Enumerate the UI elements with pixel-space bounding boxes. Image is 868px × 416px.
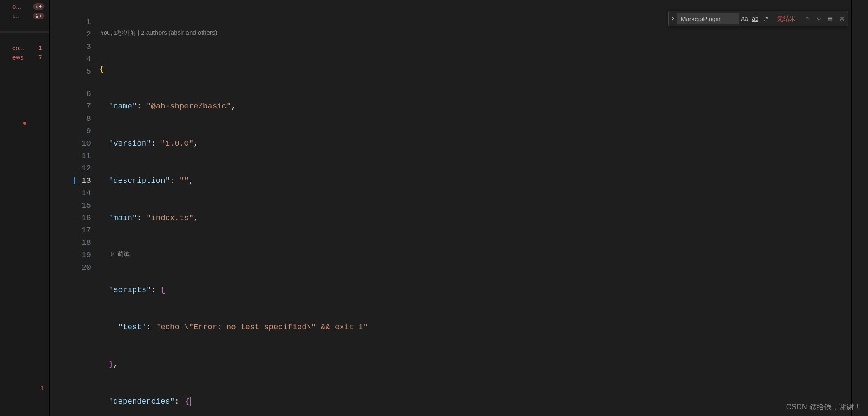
problems-count: 1 — [0, 384, 50, 391]
minimap[interactable] — [851, 0, 868, 416]
badge: 7 — [36, 54, 44, 60]
play-icon — [110, 251, 115, 256]
sidebar-item[interactable]: ews7 — [0, 53, 49, 62]
find-result-count: 无结果 — [771, 15, 801, 23]
prev-match-icon[interactable] — [801, 13, 813, 24]
open-editors-sidebar: o...9+ i...9+ co...1 ews7 1 — [0, 0, 50, 416]
sidebar-item[interactable]: i...9+ — [0, 11, 49, 21]
badge: 9+ — [33, 13, 44, 19]
regex-toggle[interactable]: .* — [761, 13, 771, 24]
find-in-selection-icon[interactable] — [825, 13, 836, 24]
code-editor[interactable]: You, 1秒钟前 | 2 authors (absir and others)… — [99, 0, 868, 416]
match-word-toggle[interactable]: ab — [750, 13, 761, 24]
badge: 9+ — [33, 3, 44, 10]
error-dot-icon — [23, 122, 26, 125]
close-find-icon[interactable] — [836, 13, 848, 24]
match-case-toggle[interactable]: Aa — [739, 13, 750, 24]
sidebar-item[interactable]: o...9+ — [0, 2, 49, 11]
badge: 1 — [36, 45, 44, 51]
find-input[interactable] — [677, 13, 739, 24]
expand-replace-icon[interactable] — [669, 11, 677, 26]
find-widget: Aa ab .* 无结果 — [668, 11, 848, 26]
line-number-gutter: 1 2 3 4 5 6 7 8 9 10 11 12 13 14 15 16 1… — [50, 0, 99, 416]
git-blame-lens[interactable]: You, 1秒钟前 | 2 authors (absir and others) — [99, 27, 868, 38]
next-match-icon[interactable] — [813, 13, 825, 24]
watermark: CSDN @给钱，谢谢！ — [786, 402, 861, 412]
sidebar-item[interactable]: co...1 — [0, 43, 49, 53]
debug-codelens[interactable]: 调试 — [99, 249, 868, 259]
